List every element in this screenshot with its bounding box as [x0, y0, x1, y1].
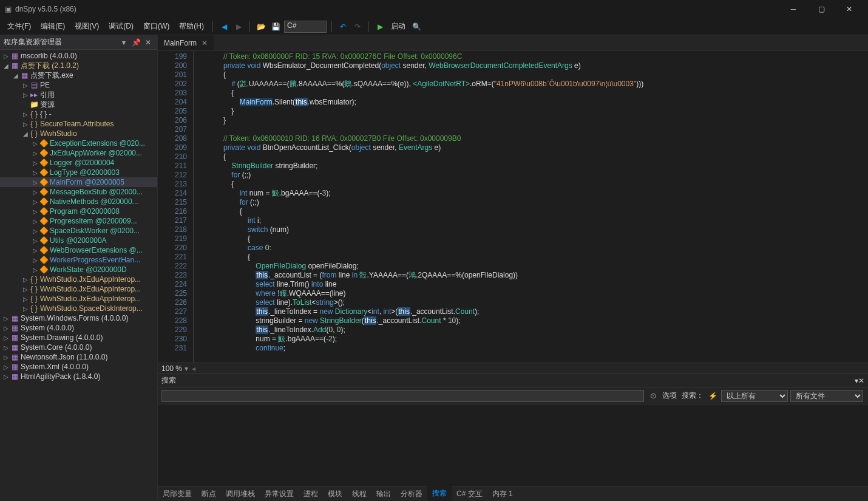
tree-twisty-icon[interactable]: ▷ [22, 82, 29, 89]
redo-button[interactable]: ↷ [351, 20, 364, 33]
tree-node[interactable]: ▷🔶Utils @0200000A [0, 236, 157, 245]
bottom-tab[interactable]: C# 交互 [452, 486, 487, 501]
maximize-button[interactable]: ▢ [807, 0, 835, 18]
tree-twisty-icon[interactable]: ▷ [32, 267, 39, 273]
tree-node[interactable]: ▷▦System.Core (4.0.0.0) [0, 343, 157, 352]
bottom-tab[interactable]: 输出 [371, 486, 396, 501]
tree-node[interactable]: ▷🔶SpaceDiskWorker @0200... [0, 226, 157, 236]
bottom-tab[interactable]: 线程 [347, 486, 371, 501]
tree-twisty-icon[interactable]: ▷ [2, 325, 10, 332]
menu-item[interactable]: 文件(F) [2, 19, 36, 34]
tree-node[interactable]: ▷▦Newtonsoft.Json (11.0.0.0) [0, 352, 157, 362]
open-button[interactable]: 📂 [254, 20, 268, 33]
tree-node[interactable]: ▷🔶LogType @02000003 [0, 168, 157, 177]
bottom-tab[interactable]: 局部变量 [158, 486, 197, 501]
tree-twisty-icon[interactable]: ▷ [22, 111, 29, 118]
tree-twisty-icon[interactable]: ▷ [32, 140, 39, 147]
tree-node[interactable]: ▷🔶MainForm @02000005 [0, 177, 157, 187]
tree-node[interactable]: ▷🔶Logger @02000004 [0, 158, 157, 168]
tree-twisty-icon[interactable]: ▷ [22, 121, 29, 128]
pane-dropdown-icon[interactable]: ▾ [118, 37, 129, 48]
bottom-tab[interactable]: 模块 [323, 486, 347, 501]
tree-twisty-icon[interactable]: ▷ [32, 237, 39, 244]
bottom-tab[interactable]: 断点 [197, 486, 221, 501]
tree-twisty-icon[interactable]: ▷ [2, 344, 10, 351]
tree-node[interactable]: ▷🔶WorkState @0200000D [0, 265, 157, 274]
tree-node[interactable]: ▷🔶NativeMethods @020000... [0, 197, 157, 206]
search-files-select[interactable]: 所有文件 [790, 390, 863, 402]
minimize-button[interactable]: ─ [779, 0, 807, 18]
tree-twisty-icon[interactable]: ▷ [22, 305, 29, 312]
bottom-tab[interactable]: 搜索 [427, 486, 452, 501]
tree-twisty-icon[interactable]: ◢ [2, 63, 10, 69]
menu-item[interactable]: 编辑(E) [36, 19, 70, 34]
tab-close-icon[interactable]: ✕ [202, 39, 208, 47]
tree-node[interactable]: ▷🔶ProgressItem @0200009... [0, 216, 157, 226]
bottom-tab[interactable]: 进程 [299, 486, 323, 501]
tree-twisty-icon[interactable]: ▷ [22, 92, 29, 98]
tree-node[interactable]: ▷🔶WorkerProgressEventHan... [0, 255, 157, 265]
tree-twisty-icon[interactable]: ▷ [32, 189, 39, 196]
menu-item[interactable]: 窗口(W) [138, 19, 174, 34]
tree-twisty-icon[interactable]: ◢ [12, 72, 19, 79]
tree-twisty-icon[interactable]: ▷ [22, 296, 29, 302]
tree-twisty-icon[interactable]: ▷ [2, 315, 10, 322]
tree-node[interactable]: ▷▦System (4.0.0.0) [0, 323, 157, 333]
tree-node[interactable]: ▷🔶ExceptionExtensions @020... [0, 138, 157, 148]
tree-twisty-icon[interactable]: ▷ [2, 335, 10, 341]
tree-twisty-icon[interactable]: ▷ [32, 218, 39, 225]
tree-node[interactable]: ▷{ }SecureTeam.Attributes [0, 119, 157, 129]
tree-node[interactable]: ▷▤PE [0, 80, 157, 90]
nav-forward-button[interactable]: ▶ [232, 20, 245, 33]
zoom-level[interactable]: 100 % [161, 364, 182, 373]
options-icon[interactable]: ⏲ [650, 392, 657, 400]
tree-node[interactable]: ▷▦HtmlAgilityPack (1.8.4.0) [0, 372, 157, 381]
tree-node[interactable]: ▷{ }{ } - [0, 109, 157, 119]
language-select[interactable]: C# [284, 21, 327, 33]
tree-node[interactable]: ▷{ }WwhStudio.JxEduAppInterop... [0, 274, 157, 284]
tree-twisty-icon[interactable]: ▷ [22, 276, 29, 283]
tree-twisty-icon[interactable]: ▷ [32, 169, 39, 176]
tree-twisty-icon[interactable]: ▷ [2, 373, 10, 380]
bottom-tab[interactable]: 内存 1 [487, 486, 518, 501]
tree-twisty-icon[interactable]: ◢ [22, 131, 29, 137]
tree-node[interactable]: ▷▦System.Windows.Forms (4.0.0.0) [0, 313, 157, 323]
tab-mainform[interactable]: MainForm ✕ [158, 35, 214, 50]
tree-node[interactable]: ◢▦点赞下载.exe [0, 70, 157, 80]
undo-button[interactable]: ↶ [336, 20, 350, 33]
code-area[interactable]: // Token: 0x0600000F RID: 15 RVA: 0x0000… [194, 51, 868, 363]
options-label[interactable]: 选项 [662, 390, 677, 401]
tree-node[interactable]: ▷▦System.Xml (4.0.0.0) [0, 362, 157, 372]
tree-node[interactable]: ▷🔶Program @02000008 [0, 206, 157, 216]
search-button[interactable]: 🔍 [410, 20, 423, 33]
tree-twisty-icon[interactable]: ▷ [32, 228, 39, 234]
tree-twisty-icon[interactable]: ▷ [32, 247, 39, 254]
tree-twisty-icon[interactable]: ▷ [2, 364, 10, 370]
tree-node[interactable]: ▷🔶JxEduAppWorker @02000... [0, 148, 157, 158]
start-button[interactable]: ▶ [373, 20, 387, 33]
tree-node[interactable]: ▷🔶MessageBoxStub @02000... [0, 187, 157, 197]
tree-twisty-icon[interactable]: ▷ [32, 257, 39, 264]
tree-twisty-icon[interactable]: ▷ [2, 354, 10, 361]
menu-item[interactable]: 调试(D) [104, 19, 138, 34]
close-button[interactable]: ✕ [835, 0, 863, 18]
tree-node[interactable]: ▷🔶WebBrowserExtensions @... [0, 245, 157, 255]
menu-item[interactable]: 视图(V) [70, 19, 104, 34]
tree-twisty-icon[interactable]: ▷ [32, 160, 39, 166]
menu-item[interactable]: 帮助(H) [174, 19, 209, 34]
tree-node[interactable]: ▷▸▸引用 [0, 90, 157, 100]
start-label[interactable]: 启动 [391, 21, 405, 32]
panel-close-icon[interactable]: ✕ [858, 377, 864, 385]
tree-twisty-icon[interactable]: ▷ [32, 199, 39, 205]
tree-node[interactable]: ▷▦mscorlib (4.0.0.0) [0, 51, 157, 61]
tree-twisty-icon[interactable]: ▷ [32, 208, 39, 215]
tree-node[interactable]: ▷▦System.Drawing (4.0.0.0) [0, 333, 157, 343]
nav-back-button[interactable]: ◀ [217, 20, 231, 33]
tree-node[interactable]: ◢▦点赞下载 (2.1.0.2) [0, 61, 157, 70]
search-scope-select[interactable]: 以上所有 [721, 390, 788, 402]
tree-twisty-icon[interactable]: ▷ [32, 150, 39, 157]
tree-node[interactable]: ▷{ }WwhStudio.SpaceDiskInterop... [0, 304, 157, 313]
tree-twisty-icon[interactable]: ▷ [2, 53, 10, 60]
tree-twisty-icon[interactable]: ▷ [22, 286, 29, 293]
tree-node[interactable]: ▷{ }WwhStudio.JxEduAppInterop... [0, 294, 157, 304]
